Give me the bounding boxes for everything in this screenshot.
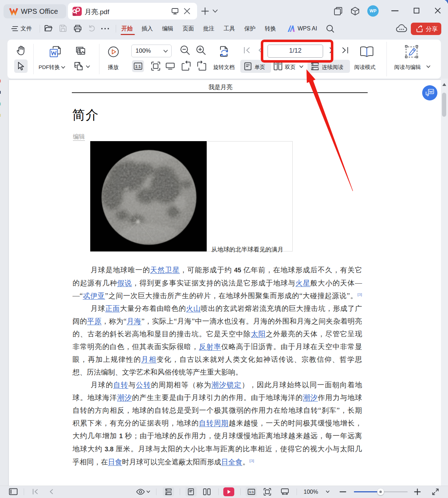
svg-text:1:1: 1:1	[249, 490, 254, 494]
svg-text:1:1: 1:1	[135, 64, 141, 69]
